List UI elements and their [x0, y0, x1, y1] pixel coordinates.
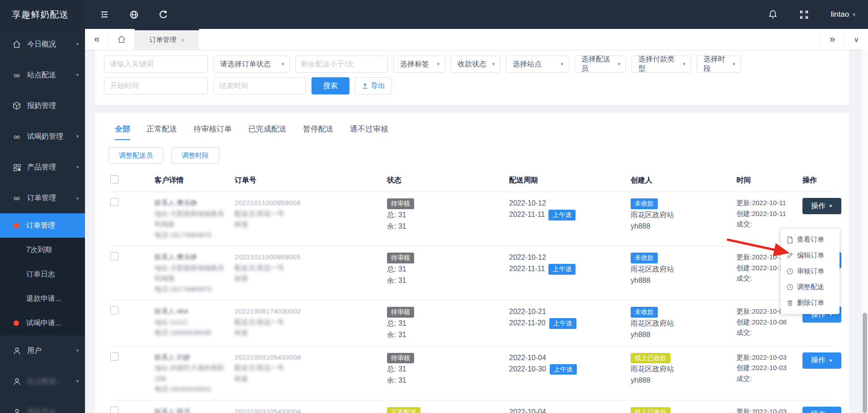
sidebar-item-trial-milk[interactable]: ∞ 试喝奶管理 ▼ — [0, 121, 85, 152]
action-button-open[interactable]: 操作▼ — [802, 198, 841, 214]
period-start: 2022-10-12 — [509, 252, 631, 263]
chevron-down-icon[interactable]: ∨ — [844, 29, 868, 50]
row-checkbox[interactable] — [110, 252, 118, 260]
tab-pending[interactable]: 待审核订单 — [193, 124, 232, 140]
pay-type-select[interactable]: 选择付款类型 ▼ — [632, 56, 691, 73]
tab-all[interactable]: 全部 — [115, 124, 130, 140]
sidebar-item-label: 订单管理 — [27, 193, 56, 203]
fullscreen-icon[interactable] — [799, 10, 809, 19]
customer-line: 地址:11112 — [155, 317, 235, 328]
menu-item-review-order[interactable]: 审核订单 — [781, 263, 840, 279]
tag-select[interactable]: 选择标签 ▼ — [393, 56, 445, 73]
site-select[interactable]: 选择站点 ▼ — [506, 56, 569, 73]
keyword-input[interactable] — [104, 56, 208, 73]
remaining-input[interactable] — [295, 56, 388, 73]
scrollbar-thumb[interactable] — [863, 313, 867, 413]
sidebar-item-site-data[interactable]: 站点数据... ▼ — [0, 366, 85, 397]
filter-panel: 请选择订单状态 ▼ 选择标签 ▼ 收款状态 ▼ 选择站点 ▼ 选择配送员 — [95, 50, 849, 105]
submenu-item-order-management[interactable]: 订单管理 — [0, 213, 85, 238]
close-icon[interactable]: × — [181, 37, 184, 44]
sidebar-item-site-delivery[interactable]: ∞ 站点配送 ▼ — [0, 60, 85, 90]
row-checkbox[interactable] — [110, 198, 118, 206]
col-status: 状态 — [387, 176, 509, 185]
submenu-item-trial-apply[interactable]: 试喝申请... — [0, 311, 85, 335]
sidebar-item-milk-report[interactable]: 报奶管理 — [0, 90, 85, 121]
submenu-item-refund[interactable]: 退款申请... — [0, 286, 85, 311]
customer-line: 联系人:槑月 — [155, 407, 235, 413]
tab-paused[interactable]: 暂停配送 — [303, 124, 334, 140]
submenu-item-order-log[interactable]: 订单日志 — [0, 262, 85, 286]
end-time-input[interactable] — [213, 77, 306, 94]
caret-down-icon: ▼ — [829, 204, 833, 208]
globe-icon[interactable] — [129, 10, 139, 19]
order-status-select[interactable]: 请选择订单状态 ▼ — [213, 56, 290, 73]
action-button[interactable]: 操作▼ — [802, 407, 841, 413]
time-deal: 成交: — [736, 374, 802, 384]
period-start: 2022-10-04 — [509, 352, 631, 363]
period-end: 2022-11-11 — [509, 265, 545, 272]
time-updated: 更新:2022-10-11 — [736, 198, 802, 208]
submenu-item-7-expire[interactable]: 7次到期 — [0, 238, 85, 262]
tab-order-management[interactable]: 订单管理 × — [135, 29, 199, 50]
customer-line: 联系人:刘妍 — [155, 352, 235, 363]
submenu-item-label: 7次到期 — [26, 245, 52, 255]
user-menu[interactable]: lintao ▼ — [830, 10, 856, 19]
caret-down-icon: ▼ — [75, 73, 80, 77]
sidebar-item-label: 报奶管理 — [27, 101, 56, 111]
col-time: 时间 — [736, 176, 802, 185]
caret-down-icon: ▼ — [852, 12, 856, 17]
period-end: 2022-11-11 — [509, 211, 545, 218]
start-time-input[interactable] — [104, 77, 208, 94]
sidebar-item-products[interactable]: 产品管理 ▼ — [0, 152, 85, 183]
row-checkbox[interactable] — [110, 352, 118, 361]
menu-fold-icon[interactable] — [99, 10, 109, 19]
adjust-period-button[interactable]: 调整时段 — [171, 147, 219, 164]
tab-normal[interactable]: 正常配送 — [146, 124, 177, 140]
order-number: 20221003105433008 — [235, 352, 387, 363]
caret-down-icon: ▼ — [436, 62, 440, 66]
period-badge: 上午送 — [548, 264, 576, 275]
tab-completed[interactable]: 已完成配送 — [248, 124, 287, 140]
site-name: 雨花区政府站 — [631, 318, 736, 329]
sidebar-item-orders[interactable]: ∞ 订单管理 ▲ — [0, 183, 85, 213]
action-button[interactable]: 操作▼ — [802, 352, 841, 369]
caret-down-icon: ▼ — [75, 348, 80, 353]
sidebar-item-users[interactable]: 用户 ▼ — [0, 335, 85, 366]
menu-item-delete-order[interactable]: 删除订单 — [781, 295, 840, 311]
refresh-icon[interactable] — [159, 10, 168, 19]
submenu-item-label: 试喝申请... — [26, 319, 61, 328]
customer-line: 联系人:樊乐静 — [155, 252, 235, 263]
search-button[interactable]: 搜索 — [311, 77, 349, 94]
row-checkbox[interactable] — [110, 407, 118, 413]
row-checkbox[interactable] — [110, 306, 118, 314]
bell-icon[interactable] — [768, 9, 778, 19]
col-order-no: 订单号 — [235, 176, 387, 185]
caret-down-icon: ▼ — [491, 62, 495, 66]
select-all-checkbox[interactable] — [110, 175, 118, 183]
tab-rejected[interactable]: 通不过审核 — [350, 124, 388, 140]
pay-status-select[interactable]: 收款状态 ▼ — [451, 56, 500, 73]
infinity-icon: ∞ — [12, 194, 22, 202]
deliverer-select[interactable]: 选择配送员 ▼ — [575, 56, 626, 73]
home-tab-icon[interactable] — [109, 29, 135, 50]
chevrons-right-icon[interactable]: » — [820, 29, 844, 50]
pay-status-badge: 未收款 — [631, 253, 658, 263]
sidebar-item-partial[interactable]: 系统平台 — [0, 397, 85, 413]
sidebar-item-today[interactable]: 今日概况 ▼ — [0, 29, 85, 60]
col-customer: 客户详情 — [155, 176, 235, 185]
adjust-deliverer-button[interactable]: 调整配送员 — [108, 147, 163, 164]
site-name: 雨花区政府站 — [631, 210, 736, 221]
order-sub: 标签 — [235, 273, 387, 284]
menu-item-label: 编辑订单 — [797, 251, 824, 260]
menu-item-edit-order[interactable]: 编辑订单 — [781, 248, 840, 263]
clock-icon — [787, 284, 793, 291]
remain-count: 余: 31 — [387, 329, 509, 340]
period-end: 2022-10-30 — [509, 365, 546, 373]
menu-item-view-order[interactable]: 查看订单 — [781, 232, 840, 248]
menu-item-adjust-delivery[interactable]: 调整配送 — [781, 279, 840, 295]
chevrons-left-icon[interactable]: « — [85, 29, 109, 50]
order-number: 20221011000959005 — [235, 252, 387, 263]
user-name: lintao — [830, 10, 849, 19]
export-button[interactable]: 导出 — [355, 77, 392, 94]
period-select[interactable]: 选择时段 ▼ — [697, 56, 741, 73]
